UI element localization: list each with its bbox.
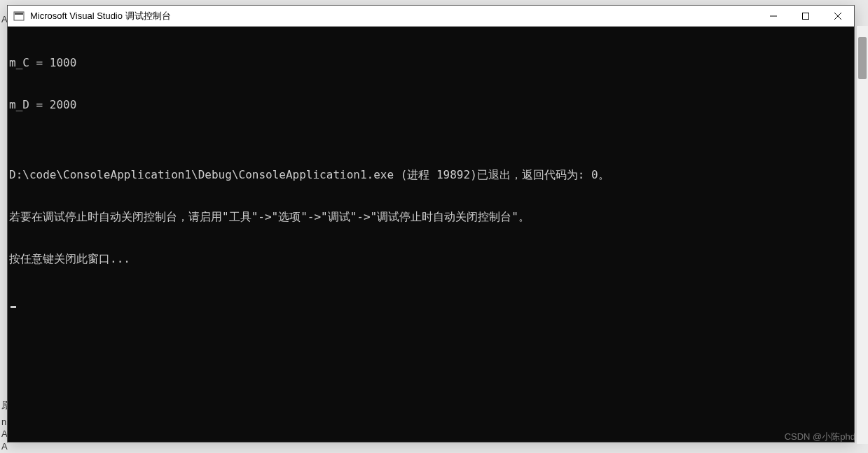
titlebar-left: Microsoft Visual Studio 调试控制台: [13, 10, 171, 22]
cursor-line: [8, 294, 854, 308]
text-cursor: [11, 306, 16, 308]
minimize-button[interactable]: [757, 6, 790, 27]
console-line: m_C = 1000: [8, 56, 854, 70]
titlebar[interactable]: Microsoft Visual Studio 调试控制台: [8, 6, 854, 27]
svg-rect-1: [15, 13, 23, 15]
titlebar-buttons: [757, 6, 854, 26]
console-line: m_D = 2000: [8, 98, 854, 112]
watermark: CSDN @小陈phd: [785, 431, 855, 443]
console-window: Microsoft Visual Studio 调试控制台 m_C =: [7, 5, 855, 442]
console-line: 若要在调试停止时自动关闭控制台，请启用"工具"->"选项"->"调试"->"调试…: [8, 210, 854, 224]
window-title: Microsoft Visual Studio 调试控制台: [30, 10, 171, 22]
console-app-icon: [13, 11, 25, 22]
maximize-button[interactable]: [790, 6, 822, 27]
console-line: 按任意键关闭此窗口...: [8, 252, 854, 266]
scrollbar-thumb[interactable]: [858, 37, 867, 79]
maximize-icon: [802, 13, 809, 20]
svg-rect-3: [803, 13, 809, 20]
console-output[interactable]: m_C = 1000 m_D = 2000 D:\code\ConsoleApp…: [8, 27, 854, 442]
vertical-scrollbar[interactable]: [857, 26, 868, 444]
background-fragment-4: A: [1, 441, 8, 452]
console-line: D:\code\ConsoleApplication1\Debug\Consol…: [8, 168, 854, 182]
close-button[interactable]: [822, 6, 854, 27]
minimize-icon: [770, 13, 777, 20]
close-icon: [834, 13, 841, 20]
background-fragment-2: n: [1, 417, 6, 427]
